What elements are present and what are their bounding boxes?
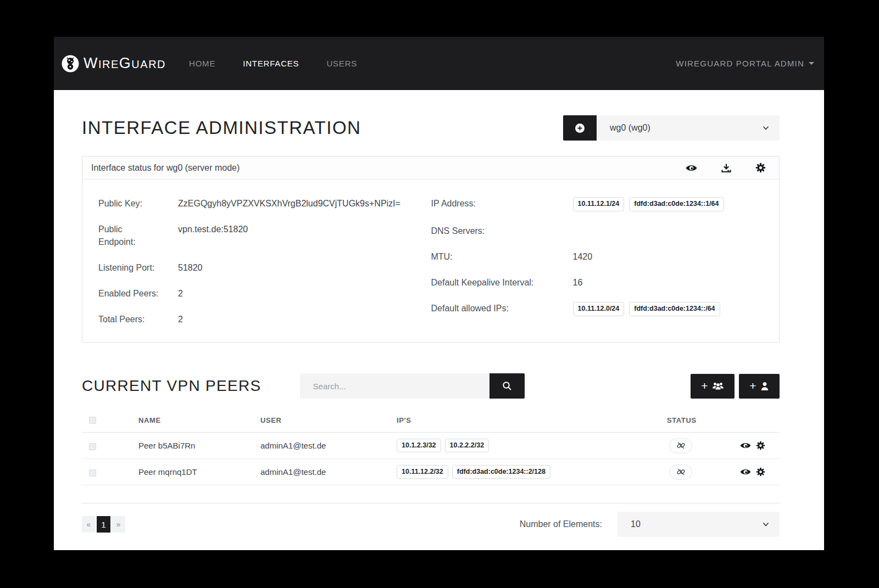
field-label: Public Endpoint: xyxy=(98,223,178,248)
field-label: Total Peers: xyxy=(98,313,178,326)
edit-peer-button[interactable] xyxy=(756,467,765,477)
interface-settings-button[interactable] xyxy=(755,163,766,173)
app-window: WIREGUARD HOME INTERFACES USERS WIREGUAR… xyxy=(54,37,824,550)
brand[interactable]: WIREGUARD xyxy=(62,55,166,72)
plus-icon: + xyxy=(701,380,708,391)
field-label: MTU: xyxy=(431,250,573,263)
field-label: Public Key: xyxy=(98,197,178,210)
view-peer-button[interactable] xyxy=(740,468,751,476)
peer-ips: 10.1.2.3/3210.2.2.2/32 xyxy=(397,439,667,453)
peers-table: NAME USER IP'S STATUS Peer b5ABi7Rn admi… xyxy=(82,415,780,503)
user-menu-dropdown[interactable]: WIREGUARD PORTAL ADMIN xyxy=(676,59,814,68)
user-icon xyxy=(760,382,769,391)
nav-links: HOME INTERFACES USERS xyxy=(189,59,357,68)
nav-item-interfaces[interactable]: INTERFACES xyxy=(243,59,299,68)
field-label: Enabled Peers: xyxy=(98,287,178,300)
field-label: Default Keepalive Interval: xyxy=(431,276,573,289)
ip-badge: 10.11.12.0/24 xyxy=(573,302,625,316)
ip-badge: 10.2.2.2/32 xyxy=(445,439,489,453)
select-all-checkbox[interactable] xyxy=(89,417,96,424)
gear-icon xyxy=(755,163,766,173)
peer-status-badge xyxy=(669,464,692,480)
add-multiple-peers-button[interactable]: + xyxy=(691,374,735,399)
ip-badge: 10.11.12.1/24 xyxy=(573,197,625,211)
peer-user: adminA1@test.de xyxy=(260,467,397,477)
interface-details-left: Public Key: ZzEGQgyh8yVPZXVKSXhVrgB2lud9… xyxy=(98,197,431,326)
peers-title: CURRENT VPN PEERS xyxy=(82,377,262,395)
elements-count-select[interactable]: 10 xyxy=(617,512,780,537)
download-config-button[interactable] xyxy=(721,163,731,173)
user-menu-label: WIREGUARD PORTAL ADMIN xyxy=(676,59,804,68)
table-row: Peer mqrnq1DT adminA1@test.de 10.11.12.2… xyxy=(82,459,780,485)
search-input[interactable] xyxy=(300,373,489,399)
pagination-page-1-button[interactable]: 1 xyxy=(97,516,110,533)
pagination: « 1 » xyxy=(82,516,125,533)
peer-ips: 10.11.12.2/32fdfd:d3ad:c0de:1234::2/128 xyxy=(397,465,667,479)
view-peer-button[interactable] xyxy=(740,441,751,450)
elements-count-label: Number of Elements: xyxy=(520,519,602,529)
users-group-icon xyxy=(712,382,724,390)
table-footer-spacer xyxy=(82,485,780,503)
interface-field-row: Public Key: ZzEGQgyh8yVPZXVKSXhVrgB2lud9… xyxy=(98,197,431,210)
add-peer-button[interactable]: + xyxy=(739,374,780,399)
table-header-row: NAME USER IP'S STATUS xyxy=(82,415,780,433)
link-slash-icon xyxy=(676,467,686,477)
field-label: DNS Servers: xyxy=(431,225,573,237)
download-icon xyxy=(721,163,731,173)
field-value: 2 xyxy=(178,313,183,326)
eye-icon xyxy=(686,164,697,172)
row-checkbox[interactable] xyxy=(89,469,96,477)
peer-user: adminA1@test.de xyxy=(260,441,397,450)
field-label: Listening Port: xyxy=(98,261,178,274)
field-value: vpn.test.de:51820 xyxy=(178,223,248,248)
gear-icon xyxy=(756,441,765,450)
table-body: Peer b5ABi7Rn adminA1@test.de 10.1.2.3/3… xyxy=(82,433,780,485)
col-header-ips: IP'S xyxy=(397,416,667,424)
elements-count-value: 10 xyxy=(631,519,641,529)
ip-badge: fdfd:d3ad:c0de:1234::/64 xyxy=(629,302,720,316)
interface-field-row: MTU: 1420 xyxy=(431,250,764,263)
table-controls: « 1 » Number of Elements: 10 xyxy=(82,512,780,537)
plus-icon: + xyxy=(749,380,756,391)
nav-item-users[interactable]: USERS xyxy=(326,59,357,68)
peer-name: Peer mqrnq1DT xyxy=(138,467,260,477)
field-label: Default allowed IPs: xyxy=(431,302,573,316)
page-title: INTERFACE ADMINISTRATION xyxy=(82,117,361,138)
gear-icon xyxy=(756,467,765,477)
peers-header: CURRENT VPN PEERS + xyxy=(82,373,780,399)
ip-badge: 10.1.2.3/32 xyxy=(397,439,441,453)
row-checkbox[interactable] xyxy=(89,443,96,450)
eye-icon xyxy=(740,468,751,476)
caret-down-icon xyxy=(809,62,814,65)
ip-badge: 10.11.12.2/32 xyxy=(397,465,448,479)
interface-admin-header: INTERFACE ADMINISTRATION wg0 (wg0) xyxy=(82,115,780,141)
field-value: 2 xyxy=(178,287,183,300)
interface-field-row: Default allowed IPs: 10.11.12.0/24fdfd:d… xyxy=(431,302,764,316)
search-button[interactable] xyxy=(489,373,525,399)
ip-badge: fdfd:d3ad:c0de:1234::2/128 xyxy=(452,465,550,479)
add-interface-button[interactable] xyxy=(563,115,597,141)
interface-field-row: Listening Port: 51820 xyxy=(98,261,431,274)
show-config-button[interactable] xyxy=(686,164,697,172)
field-value: 1420 xyxy=(573,250,593,263)
wireguard-logo-icon xyxy=(62,55,79,72)
ip-badge: fdfd:d3ad:c0de:1234::1/64 xyxy=(629,197,724,211)
nav-item-home[interactable]: HOME xyxy=(189,59,215,68)
interface-details-right: IP Address: 10.11.12.1/24fdfd:d3ad:c0de:… xyxy=(431,197,764,326)
chevron-down-icon xyxy=(762,124,770,132)
interface-field-row: IP Address: 10.11.12.1/24fdfd:d3ad:c0de:… xyxy=(431,197,764,211)
search-icon xyxy=(502,381,512,391)
card-header-title: Interface status for wg0 (server mode) xyxy=(91,163,240,173)
pagination-prev-button[interactable]: « xyxy=(82,516,96,533)
interface-select-value: wg0 (wg0) xyxy=(610,123,650,133)
interface-field-row: DNS Servers: xyxy=(431,225,764,237)
brand-text: WIREGUARD xyxy=(84,55,166,72)
interface-field-row: Total Peers: 2 xyxy=(98,313,431,326)
col-header-name: NAME xyxy=(138,416,260,424)
pagination-next-button[interactable]: » xyxy=(112,516,125,533)
col-header-status: STATUS xyxy=(667,416,722,424)
edit-peer-button[interactable] xyxy=(756,441,765,450)
interface-field-row: Default Keepalive Interval: 16 xyxy=(431,276,764,289)
peer-status-badge xyxy=(669,438,692,453)
interface-select[interactable]: wg0 (wg0) xyxy=(597,115,780,141)
